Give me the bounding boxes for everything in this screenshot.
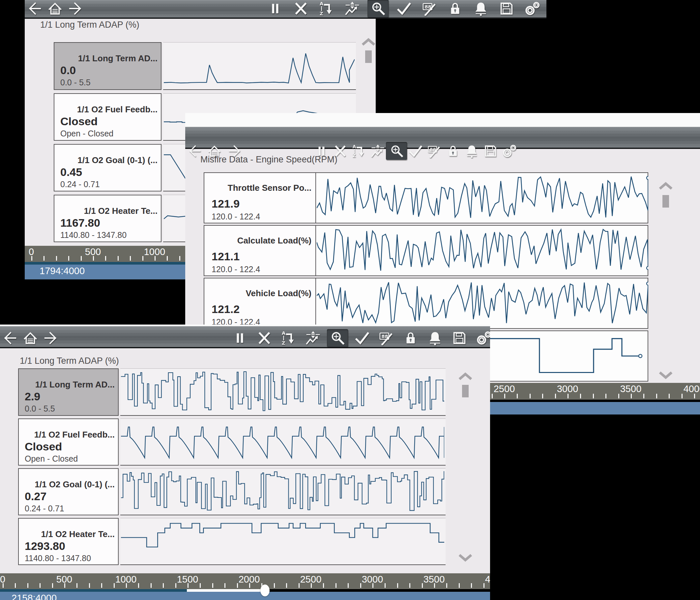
forward-icon[interactable] bbox=[67, 0, 84, 17]
alerts-icon[interactable] bbox=[427, 330, 443, 346]
ruler-tick bbox=[286, 583, 287, 588]
ruler-label: 3500 bbox=[620, 383, 642, 394]
scroll-thumb[interactable] bbox=[662, 195, 669, 207]
ruler-tick bbox=[504, 394, 505, 398]
parameter-tile[interactable]: 1/1 Long Term AD...2.90.0 - 5.5 bbox=[18, 368, 119, 416]
back-icon[interactable] bbox=[2, 330, 18, 346]
ruler-label: 3000 bbox=[557, 383, 578, 394]
scroll-thumb[interactable] bbox=[462, 385, 469, 397]
custom-display-icon[interactable]: 88 bbox=[426, 143, 442, 159]
parameter-tile[interactable]: 1/1 O2 Fuel Feedb...ClosedOpen - Closed bbox=[18, 419, 119, 466]
parameter-graph-row bbox=[120, 518, 446, 565]
ruler-tick bbox=[274, 583, 275, 588]
svg-text:Z: Z bbox=[320, 11, 323, 16]
save-icon[interactable] bbox=[451, 330, 468, 346]
lock-icon[interactable] bbox=[402, 330, 419, 346]
ruler-tick bbox=[118, 256, 119, 260]
scroll-up-icon[interactable] bbox=[458, 372, 473, 381]
auto-scale-icon[interactable] bbox=[370, 143, 386, 159]
parameter-tile[interactable]: 1/1 Long Term AD...0.00.0 - 5.5 bbox=[54, 42, 161, 90]
parameter-name: Throttle Sensor Po... bbox=[228, 183, 311, 193]
pause-icon[interactable] bbox=[232, 330, 248, 346]
parameter-value: Closed bbox=[25, 440, 62, 453]
parameter-graph-area bbox=[316, 278, 648, 328]
ruler-tick bbox=[434, 583, 435, 588]
waveform-graph bbox=[121, 519, 444, 563]
confirm-icon[interactable] bbox=[407, 143, 424, 159]
ruler-tick bbox=[93, 256, 94, 260]
pause-icon[interactable] bbox=[267, 0, 283, 17]
close-icon[interactable] bbox=[256, 330, 273, 346]
forward-icon[interactable] bbox=[43, 330, 59, 346]
parameter-value: 121.2 bbox=[211, 303, 240, 316]
confirm-icon[interactable] bbox=[396, 0, 412, 17]
zoom-icon[interactable] bbox=[327, 329, 348, 347]
ruler-tick bbox=[212, 583, 213, 588]
zoom-icon[interactable] bbox=[368, 0, 389, 18]
auto-scale-icon[interactable] bbox=[305, 330, 321, 346]
parameter-tile[interactable]: 1/1 O2 Goal (0-1) (...0.270.24 - 0.71 bbox=[18, 468, 119, 515]
ruler-tick bbox=[224, 583, 225, 588]
ruler-tick bbox=[68, 256, 69, 260]
parameter-tile[interactable]: Vehicle Load(%)121.2120.0 - 122.4 bbox=[204, 278, 648, 329]
back-icon[interactable] bbox=[26, 0, 43, 17]
waveform-graph bbox=[317, 174, 648, 222]
svg-text:Z: Z bbox=[282, 340, 285, 346]
waveform-graph bbox=[121, 369, 444, 414]
home-icon[interactable] bbox=[22, 330, 39, 346]
ruler-tick bbox=[335, 583, 336, 588]
scroll-up-icon[interactable] bbox=[361, 38, 376, 47]
scroll-up-icon[interactable] bbox=[658, 182, 673, 191]
parameter-tile[interactable]: 1/1 O2 Heater Te...1167.801140.80 - 1347… bbox=[54, 195, 161, 242]
timeline-scrollbar[interactable]: 2158:4000 bbox=[0, 592, 490, 600]
confirm-icon[interactable] bbox=[354, 330, 370, 346]
settings-icon[interactable] bbox=[476, 330, 490, 346]
parameter-value: 0.0 bbox=[60, 64, 76, 77]
save-icon[interactable] bbox=[498, 0, 515, 17]
settings-icon[interactable] bbox=[501, 143, 518, 159]
lock-icon[interactable] bbox=[447, 0, 464, 17]
parameter-graph-row bbox=[163, 42, 356, 90]
parameter-tile[interactable]: Calculate Load(%)121.1120.0 - 122.4 bbox=[204, 225, 648, 276]
parameter-tile[interactable]: 1/1 O2 Heater Te...1293.801140.80 - 1347… bbox=[18, 518, 119, 565]
custom-display-icon[interactable]: 88 bbox=[421, 0, 438, 17]
lock-icon[interactable] bbox=[445, 143, 461, 159]
ruler-tick bbox=[348, 583, 349, 588]
parameter-tile[interactable]: 1/1 O2 Fuel Feedb...ClosedOpen - Closed bbox=[54, 93, 161, 141]
svg-text:A: A bbox=[320, 1, 324, 6]
parameter-range: Open - Closed bbox=[25, 454, 78, 464]
home-icon[interactable] bbox=[47, 0, 63, 17]
alerts-icon[interactable] bbox=[473, 0, 489, 17]
ruler-tick bbox=[27, 583, 28, 588]
ruler-tick bbox=[167, 256, 168, 260]
alerts-icon[interactable] bbox=[464, 143, 480, 159]
scroll-thumb[interactable] bbox=[365, 50, 372, 63]
ruler-tick bbox=[31, 256, 32, 260]
scroll-down-icon[interactable] bbox=[658, 371, 673, 379]
parameter-name: 1/1 Long Term AD... bbox=[35, 380, 115, 390]
parameter-tile[interactable]: 1/1 O2 Goal (0-1) (...0.450.24 - 0.71 bbox=[54, 144, 161, 192]
close-icon[interactable] bbox=[293, 0, 309, 17]
scroll-down-icon[interactable] bbox=[458, 553, 473, 562]
parameter-tile[interactable]: Throttle Sensor Po...121.9120.0 - 122.4 bbox=[204, 172, 648, 223]
sort-az-icon[interactable]: AZ bbox=[318, 0, 335, 17]
parameter-value: 121.1 bbox=[211, 250, 240, 263]
auto-scale-icon[interactable] bbox=[344, 0, 360, 17]
position-knob[interactable] bbox=[260, 584, 270, 596]
ruler-tick bbox=[155, 256, 155, 260]
ruler-tick bbox=[422, 583, 423, 588]
page-title: 1/1 Long Term ADAP (%) bbox=[40, 20, 140, 30]
ruler-tick bbox=[188, 583, 189, 588]
parameter-label-area: Throttle Sensor Po...121.9120.0 - 122.4 bbox=[204, 173, 316, 223]
zoom-icon[interactable] bbox=[386, 142, 407, 160]
settings-icon[interactable] bbox=[524, 0, 541, 17]
sort-az-icon[interactable]: AZ bbox=[351, 143, 367, 159]
ruler-tick bbox=[81, 256, 82, 260]
custom-display-icon[interactable]: 88 bbox=[378, 330, 395, 346]
ruler-tick bbox=[669, 394, 670, 398]
timeline-ruler[interactable]: 05001000150020002500300035004000 bbox=[0, 573, 490, 589]
sort-az-icon[interactable]: AZ bbox=[280, 330, 297, 346]
ruler-tick bbox=[530, 394, 531, 398]
window-long-term-adap-bottom: AZ88 1/1 Long Term ADAP (%) 1/1 Long Ter… bbox=[0, 325, 490, 600]
save-icon[interactable] bbox=[482, 143, 499, 159]
